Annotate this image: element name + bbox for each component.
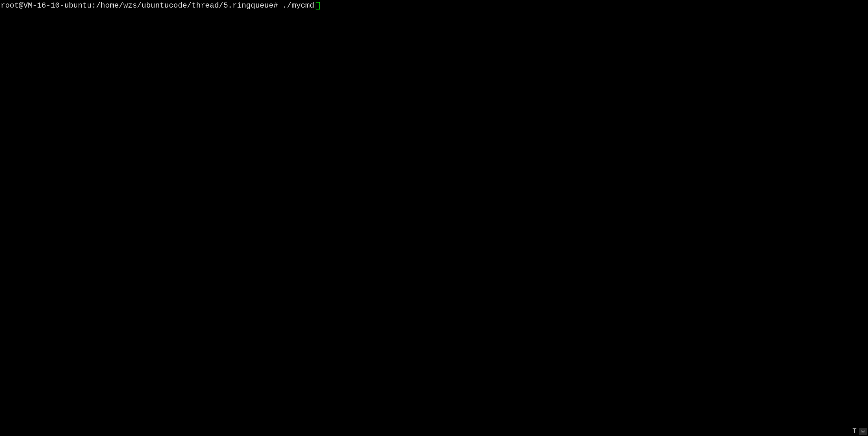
shell-prompt: root@VM-16-10-ubuntu:/home/wzs/ubuntucod… [1,1,282,10]
status-bar: T [852,428,867,435]
settings-icon[interactable] [859,428,867,435]
command-text: ./mycmd [282,1,314,10]
terminal-area[interactable]: root@VM-16-10-ubuntu:/home/wzs/ubuntucod… [0,0,868,436]
cursor [316,2,320,9]
svg-point-0 [862,431,864,432]
prompt-line: root@VM-16-10-ubuntu:/home/wzs/ubuntucod… [1,1,867,10]
status-indicator: T [852,428,857,435]
